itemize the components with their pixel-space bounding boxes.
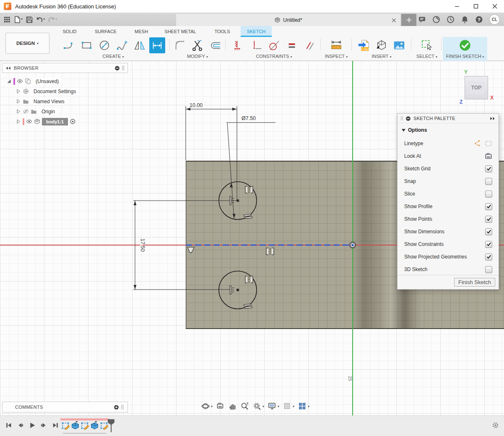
user-avatar[interactable]: CL: [489, 14, 500, 25]
expand-panel-icon[interactable]: [490, 117, 495, 120]
measure-tool[interactable]: [328, 37, 344, 53]
add-comment-icon[interactable]: [114, 405, 119, 410]
browser-header[interactable]: BROWSER: [2, 63, 128, 73]
minimize-panel-icon[interactable]: [114, 65, 120, 71]
viewcube-top-face[interactable]: TOP: [469, 81, 484, 94]
undo-button[interactable]: ▾: [36, 16, 45, 23]
expand-arrow-icon[interactable]: [6, 78, 12, 84]
fillet-tool[interactable]: [172, 37, 188, 53]
orbit-tool-button[interactable]: ▾: [201, 402, 213, 410]
group-label-inspect[interactable]: INSPECT: [322, 54, 351, 59]
browser-item-label[interactable]: Named Views: [31, 98, 68, 105]
workspace-switcher[interactable]: DESIGN ▾: [5, 33, 49, 54]
show-profile-checkbox[interactable]: [485, 203, 492, 210]
rectangle-tool[interactable]: [79, 37, 95, 53]
sketch-feature-item[interactable]: [61, 421, 70, 430]
browser-item-label[interactable]: Origin: [39, 108, 58, 115]
tab-mesh[interactable]: MESH: [126, 26, 157, 37]
job-status-clock-icon[interactable]: [447, 16, 455, 23]
extensions-icon[interactable]: [432, 16, 440, 23]
browser-item-origin[interactable]: Origin: [16, 107, 128, 116]
fix-tool[interactable]: [231, 37, 247, 53]
minimize-panel-icon[interactable]: [405, 116, 411, 121]
visibility-eye-icon[interactable]: [17, 78, 23, 84]
show-constraints-checkbox[interactable]: [485, 241, 492, 248]
app-launcher-button[interactable]: [3, 16, 10, 23]
display-settings-button[interactable]: ▾: [268, 402, 279, 410]
activate-component-radio-icon[interactable]: [70, 118, 76, 125]
select-tool[interactable]: [419, 37, 435, 53]
look-at-tool-button[interactable]: [216, 402, 225, 410]
tab-sketch[interactable]: SKETCH: [241, 26, 272, 37]
comments-feed-icon[interactable]: [418, 16, 426, 23]
timeline-go-to-end-button[interactable]: [52, 422, 59, 429]
spline-tool[interactable]: [114, 37, 130, 53]
equal-tool[interactable]: [284, 37, 300, 53]
tab-solid[interactable]: SOLID: [54, 26, 86, 37]
visibility-eye-icon[interactable]: [26, 118, 32, 125]
line-tool[interactable]: [61, 37, 77, 53]
timeline-position-marker[interactable]: [107, 419, 115, 432]
circle-tool[interactable]: [96, 37, 112, 53]
show-dimensions-checkbox[interactable]: [485, 228, 492, 235]
tab-close-icon[interactable]: [390, 17, 397, 23]
sketch-palette-header[interactable]: SKETCH PALETTE: [397, 114, 499, 123]
maximize-button[interactable]: [466, 0, 485, 13]
viewcube[interactable]: TOP Y Z X: [465, 76, 488, 99]
dim-width-label[interactable]: 10.00: [190, 102, 203, 108]
redo-button[interactable]: ▾: [48, 16, 57, 23]
group-label-constraints[interactable]: CONSTRAINTS: [227, 54, 321, 59]
tab-sheet-metal[interactable]: SHEET METAL: [157, 26, 204, 37]
group-label-create[interactable]: CREATE: [56, 54, 170, 59]
zoom-tool-button[interactable]: [241, 402, 249, 410]
document-tab[interactable]: Untitled*: [176, 14, 400, 26]
group-label-select[interactable]: SELECT: [413, 54, 441, 59]
browser-item-body1[interactable]: body1:1: [16, 117, 128, 126]
parallel-tool[interactable]: [301, 37, 317, 53]
finish-sketch-button[interactable]: Finish Sketch: [454, 278, 495, 287]
vertical-horizontal-tool[interactable]: [249, 37, 265, 53]
help-icon[interactable]: ?: [475, 16, 483, 23]
timeline-step-back-button[interactable]: [17, 422, 24, 429]
dimension-tool[interactable]: [149, 37, 165, 53]
dropdown-caret-icon[interactable]: ▾: [278, 405, 279, 408]
options-section-header[interactable]: Options: [397, 123, 499, 134]
model-canvas[interactable]: 10.00 Ø7.50 17.50: [0, 61, 504, 415]
canvas-image-tool[interactable]: [391, 37, 407, 53]
browser-item-named-views[interactable]: Named Views: [16, 97, 128, 106]
tangent-tool[interactable]: [266, 37, 282, 53]
file-menu-button[interactable]: ▾: [13, 16, 23, 23]
collapse-arrow-icon[interactable]: [16, 99, 21, 104]
fit-tool-button[interactable]: ▾: [253, 402, 264, 410]
insert-svg-tool[interactable]: SVG: [356, 37, 372, 53]
browser-item-document-settings[interactable]: Document Settings: [16, 87, 128, 96]
look-at-icon[interactable]: [485, 152, 492, 160]
show-projected-geometries-checkbox[interactable]: [485, 253, 492, 261]
dropdown-caret-icon[interactable]: ▾: [293, 405, 294, 408]
dim-diameter-label[interactable]: Ø7.50: [242, 115, 256, 121]
minimize-button[interactable]: [447, 0, 466, 13]
comments-panel[interactable]: COMMENTS: [2, 402, 128, 413]
show-points-checkbox[interactable]: [485, 216, 492, 223]
tab-tools[interactable]: TOOLS: [204, 26, 241, 37]
snap-checkbox[interactable]: [485, 178, 492, 185]
centerline-linetype-icon[interactable]: [485, 140, 492, 147]
sketch-grid-checkbox[interactable]: [485, 165, 492, 172]
insert-mesh-tool[interactable]: [374, 37, 390, 53]
collapse-arrow-icon[interactable]: [16, 119, 21, 124]
browser-root-row[interactable]: (Unsaved): [6, 77, 128, 86]
dropdown-caret-icon[interactable]: ▾: [211, 405, 213, 408]
collapse-arrow-icon[interactable]: [16, 109, 21, 114]
pan-tool-button[interactable]: [229, 402, 237, 410]
group-label-modify[interactable]: MODIFY: [171, 54, 224, 59]
slice-checkbox[interactable]: [485, 191, 492, 198]
notifications-bell-icon[interactable]: [461, 16, 469, 23]
collapse-panel-icon[interactable]: [5, 66, 11, 70]
collapse-arrow-icon[interactable]: [16, 89, 21, 94]
group-label-finish-sketch[interactable]: FINISH SKETCH: [443, 54, 487, 59]
dropdown-caret-icon[interactable]: ▾: [308, 405, 309, 408]
finish-sketch-tool[interactable]: [457, 37, 473, 53]
group-label-insert[interactable]: INSERT: [353, 54, 410, 59]
construction-linetype-icon[interactable]: [473, 140, 481, 147]
browser-item-label[interactable]: body1:1: [42, 118, 68, 125]
